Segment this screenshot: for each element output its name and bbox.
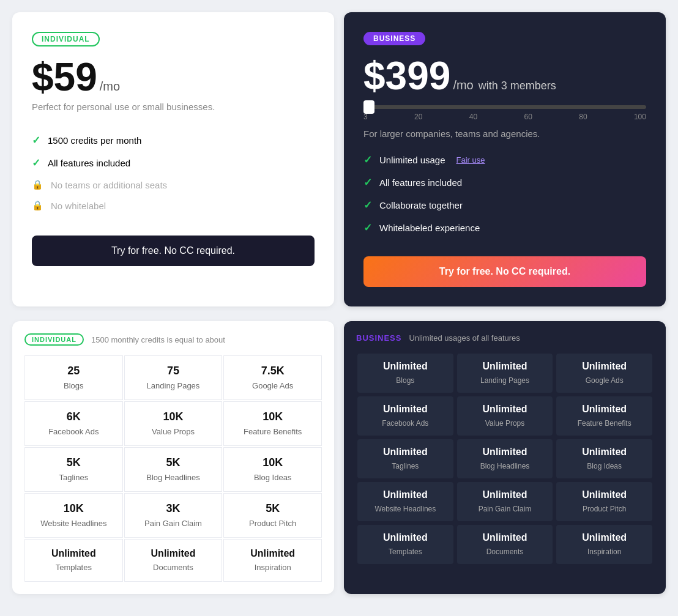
business-feature-cell: UnlimitedProduct Pitch [556, 482, 652, 521]
business-feature-cell: UnlimitedTaglines [357, 439, 453, 478]
business-price-members: with 3 members [479, 80, 556, 92]
individual-price-row: $59 /mo [32, 58, 315, 97]
business-card: BUSINESS $399 /mo with 3 members 3 20 40… [344, 12, 666, 306]
slider-label-60: 60 [524, 113, 532, 121]
individual-feature-cell: 10KBlog Ideas [223, 447, 322, 492]
individual-feature-cell: 6KFacebook Ads [24, 401, 123, 446]
business-feature-cell: UnlimitedFeature Benefits [556, 396, 652, 436]
business-feature-cell: UnlimitedWebsite Headlines [357, 482, 453, 521]
feature-text-no-teams: No teams or additional seats [51, 180, 167, 190]
feature-text-credits: 1500 credits per month [48, 135, 141, 146]
slider-label-40: 40 [469, 113, 477, 121]
check-icon: ✓ [32, 134, 40, 147]
business-description: For larger companies, teams and agencies… [363, 128, 646, 139]
individual-feature-cell: UnlimitedTemplates [24, 539, 123, 582]
check-icon: ✓ [363, 176, 372, 189]
business-feature-cell: UnlimitedBlog Headlines [457, 439, 553, 478]
business-feature-cell: UnlimitedTemplates [357, 525, 453, 564]
individual-feature-grid: 25Blogs75Landing Pages7.5KGoogle Ads6KFa… [24, 355, 322, 582]
feature-item-no-whitelabel: 🔒 No whitelabel [32, 195, 315, 216]
business-feature-cell: UnlimitedValue Props [457, 396, 553, 436]
members-slider-container[interactable]: 3 20 40 60 80 100 [363, 105, 646, 121]
individual-price-period: /mo [100, 80, 120, 94]
slider-label-80: 80 [579, 113, 587, 121]
individual-card: INDIVIDUAL $59 /mo Perfect for personal … [12, 12, 334, 306]
individual-feature-cell: 5KBlog Headlines [124, 447, 223, 492]
business-badge: BUSINESS [363, 32, 425, 45]
feature-text-no-whitelabel: No whitelabel [51, 201, 106, 211]
individual-feature-cell: UnlimitedDocuments [124, 539, 223, 582]
business-price-amount: $399 [363, 56, 450, 95]
business-feature-cell: UnlimitedFacebook Ads [357, 396, 453, 436]
business-price-period: /mo [453, 78, 473, 92]
business-cta-button[interactable]: Try for free. No CC required. [363, 256, 646, 287]
individual-feature-cell: 10KValue Props [124, 401, 223, 446]
fair-use-link[interactable]: Fair use [456, 155, 485, 165]
individual-feature-cell: UnlimitedInspiration [223, 539, 322, 582]
business-feature-cell: UnlimitedBlog Ideas [556, 439, 652, 478]
business-feature-collaborate: ✓ Collaborate together [363, 194, 646, 217]
business-feature-unlimited: ✓ Unlimited usage Fair use [363, 149, 646, 171]
individual-feature-cell: 10KWebsite Headlines [24, 493, 123, 538]
business-feature-cell: UnlimitedInspiration [556, 525, 652, 564]
business-panel-subtitle: Unlimited usages of all features [409, 333, 520, 343]
individual-panel-subtitle: 1500 monthly credits is equal to about [91, 335, 225, 344]
slider-label-100: 100 [634, 113, 646, 121]
individual-feature-list: ✓ 1500 credits per month ✓ All features … [32, 129, 315, 216]
lock-icon: 🔒 [32, 200, 43, 211]
business-feature-text-all: All features included [379, 177, 462, 188]
feature-text-all-features: All features included [48, 158, 130, 168]
business-feature-all: ✓ All features included [363, 171, 646, 194]
business-feature-cell: UnlimitedGoogle Ads [556, 354, 652, 393]
business-feature-cell: UnlimitedBlogs [357, 354, 453, 393]
business-price-row: $399 /mo with 3 members [363, 56, 646, 95]
business-feature-text-collaborate: Collaborate together [379, 200, 463, 210]
individual-feature-cell: 5KTaglines [24, 447, 123, 492]
individual-feature-cell: 25Blogs [24, 355, 123, 400]
individual-panel-badge: INDIVIDUAL [24, 333, 84, 346]
check-icon: ✓ [363, 199, 372, 212]
slider-track[interactable] [363, 105, 646, 109]
business-panel-header: BUSINESS Unlimited usages of all feature… [356, 333, 654, 343]
individual-panel-header: INDIVIDUAL 1500 monthly credits is equal… [24, 333, 322, 346]
individual-cta-button[interactable]: Try for free. No CC required. [32, 236, 315, 266]
business-panel-badge: BUSINESS [356, 333, 401, 343]
slider-thumb[interactable] [363, 100, 374, 114]
lock-icon: 🔒 [32, 179, 43, 190]
check-icon: ✓ [32, 157, 40, 169]
business-feature-cell: UnlimitedDocuments [457, 525, 553, 564]
feature-item-credits: ✓ 1500 credits per month [32, 129, 315, 152]
business-feature-whitelabel: ✓ Whitelabeled experience [363, 217, 646, 239]
business-feature-text-whitelabel: Whitelabeled experience [379, 223, 480, 233]
individual-price-amount: $59 [32, 58, 97, 97]
individual-features-panel: INDIVIDUAL 1500 monthly credits is equal… [12, 321, 334, 594]
slider-label-3: 3 [363, 113, 368, 121]
individual-feature-cell: 75Landing Pages [124, 355, 223, 400]
feature-item-all-features: ✓ All features included [32, 152, 315, 174]
business-feature-grid: UnlimitedBlogsUnlimitedLanding PagesUnli… [356, 352, 654, 565]
check-icon: ✓ [363, 221, 372, 234]
business-features-panel: BUSINESS Unlimited usages of all feature… [344, 321, 666, 594]
bottom-features-section: INDIVIDUAL 1500 monthly credits is equal… [12, 321, 666, 594]
individual-feature-cell: 3KPain Gain Claim [124, 493, 223, 538]
individual-feature-cell: 10KFeature Benefits [223, 401, 322, 446]
business-feature-list: ✓ Unlimited usage Fair use ✓ All feature… [363, 149, 646, 239]
individual-badge: INDIVIDUAL [32, 32, 100, 46]
check-icon: ✓ [363, 154, 372, 166]
top-pricing-section: INDIVIDUAL $59 /mo Perfect for personal … [12, 12, 666, 306]
slider-labels: 3 20 40 60 80 100 [363, 113, 646, 121]
business-feature-text-unlimited: Unlimited usage [379, 155, 445, 165]
business-feature-cell: UnlimitedPain Gain Claim [457, 482, 553, 521]
feature-item-no-teams: 🔒 No teams or additional seats [32, 174, 315, 195]
individual-feature-cell: 5KProduct Pitch [223, 493, 322, 538]
individual-description: Perfect for personal use or small busine… [32, 102, 315, 112]
slider-label-20: 20 [414, 113, 422, 121]
business-feature-cell: UnlimitedLanding Pages [457, 354, 553, 393]
individual-feature-cell: 7.5KGoogle Ads [223, 355, 322, 400]
